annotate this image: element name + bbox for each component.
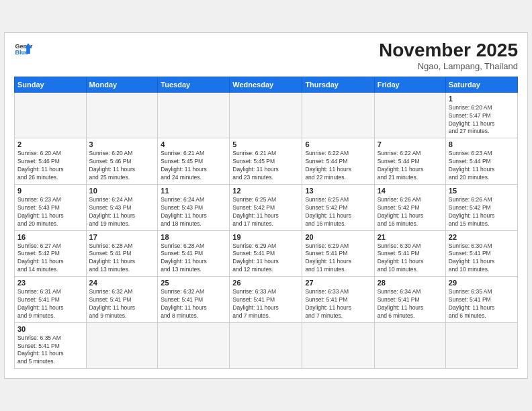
day-info-10: Sunrise: 6:24 AM Sunset: 5:43 PM Dayligh… — [89, 196, 155, 228]
calendar-cell-39 — [302, 322, 374, 369]
calendar-row-6: 30Sunrise: 6:35 AM Sunset: 5:41 PM Dayli… — [15, 322, 518, 369]
day-number-3: 3 — [89, 140, 155, 148]
day-number-30: 30 — [17, 325, 83, 333]
weekday-header-thursday: Thursday — [302, 77, 374, 92]
calendar-cell-27: 22Sunrise: 6:30 AM Sunset: 5:41 PM Dayli… — [445, 230, 517, 277]
calendar-cell-31: 26Sunrise: 6:33 AM Sunset: 5:41 PM Dayli… — [230, 277, 302, 323]
calendar-cell-29: 24Sunrise: 6:32 AM Sunset: 5:41 PM Dayli… — [86, 277, 158, 323]
logo: General Blue — [14, 40, 33, 58]
day-info-22: Sunrise: 6:30 AM Sunset: 5:41 PM Dayligh… — [449, 242, 515, 275]
day-info-30: Sunrise: 6:35 AM Sunset: 5:41 PM Dayligh… — [17, 334, 83, 367]
calendar-cell-19: 14Sunrise: 6:26 AM Sunset: 5:42 PM Dayli… — [374, 184, 445, 230]
calendar-row-1: 1Sunrise: 6:20 AM Sunset: 5:47 PM Daylig… — [15, 92, 518, 138]
day-number-18: 18 — [161, 233, 226, 241]
calendar-cell-5 — [374, 92, 445, 138]
calendar-cell-36 — [86, 322, 158, 369]
day-info-15: Sunrise: 6:26 AM Sunset: 5:42 PM Dayligh… — [449, 196, 515, 228]
day-info-11: Sunrise: 6:24 AM Sunset: 5:43 PM Dayligh… — [161, 196, 226, 228]
day-number-23: 23 — [17, 279, 83, 287]
day-info-14: Sunrise: 6:26 AM Sunset: 5:42 PM Dayligh… — [378, 196, 443, 228]
calendar-cell-14: 9Sunrise: 6:23 AM Sunset: 5:43 PM Daylig… — [15, 184, 87, 230]
weekday-header-row: SundayMondayTuesdayWednesdayThursdayFrid… — [15, 77, 518, 92]
day-info-17: Sunrise: 6:28 AM Sunset: 5:41 PM Dayligh… — [89, 242, 155, 275]
day-number-13: 13 — [305, 187, 371, 195]
logo-icon: General Blue — [14, 40, 33, 58]
calendar-row-5: 23Sunrise: 6:31 AM Sunset: 5:41 PM Dayli… — [15, 277, 518, 323]
calendar-cell-30: 25Sunrise: 6:32 AM Sunset: 5:41 PM Dayli… — [158, 277, 230, 323]
day-info-1: Sunrise: 6:20 AM Sunset: 5:47 PM Dayligh… — [449, 104, 515, 136]
calendar-cell-32: 27Sunrise: 6:33 AM Sunset: 5:41 PM Dayli… — [302, 277, 374, 323]
calendar-cell-11: 6Sunrise: 6:22 AM Sunset: 5:44 PM Daylig… — [302, 138, 374, 185]
day-number-27: 27 — [305, 279, 371, 287]
weekday-header-monday: Monday — [86, 77, 158, 92]
day-info-12: Sunrise: 6:25 AM Sunset: 5:42 PM Dayligh… — [232, 196, 299, 228]
calendar-row-3: 9Sunrise: 6:23 AM Sunset: 5:43 PM Daylig… — [15, 184, 518, 230]
calendar-cell-0 — [15, 92, 87, 138]
day-number-28: 28 — [378, 279, 443, 287]
calendar-cell-41 — [445, 322, 517, 369]
calendar-cell-22: 17Sunrise: 6:28 AM Sunset: 5:41 PM Dayli… — [86, 230, 158, 277]
calendar-cell-16: 11Sunrise: 6:24 AM Sunset: 5:43 PM Dayli… — [158, 184, 230, 230]
day-number-24: 24 — [89, 279, 155, 287]
calendar-cell-21: 16Sunrise: 6:27 AM Sunset: 5:42 PM Dayli… — [15, 230, 87, 277]
day-number-22: 22 — [449, 233, 515, 241]
calendar-container: General Blue November 2025 Ngao, Lampang… — [4, 32, 528, 379]
calendar-cell-26: 21Sunrise: 6:30 AM Sunset: 5:41 PM Dayli… — [374, 230, 445, 277]
day-info-21: Sunrise: 6:30 AM Sunset: 5:41 PM Dayligh… — [378, 242, 443, 275]
day-info-7: Sunrise: 6:22 AM Sunset: 5:44 PM Dayligh… — [378, 150, 443, 182]
calendar-cell-33: 28Sunrise: 6:34 AM Sunset: 5:41 PM Dayli… — [374, 277, 445, 323]
day-info-19: Sunrise: 6:29 AM Sunset: 5:41 PM Dayligh… — [232, 242, 299, 275]
title-section: November 2025 Ngao, Lampang, Thailand — [379, 40, 518, 71]
calendar-cell-13: 8Sunrise: 6:23 AM Sunset: 5:44 PM Daylig… — [445, 138, 517, 185]
day-number-7: 7 — [378, 140, 443, 148]
calendar-cell-28: 23Sunrise: 6:31 AM Sunset: 5:41 PM Dayli… — [15, 277, 87, 323]
calendar-cell-2 — [158, 92, 230, 138]
calendar-cell-6: 1Sunrise: 6:20 AM Sunset: 5:47 PM Daylig… — [445, 92, 517, 138]
calendar-cell-3 — [230, 92, 302, 138]
day-number-4: 4 — [161, 140, 226, 148]
day-number-26: 26 — [232, 279, 299, 287]
day-info-2: Sunrise: 6:20 AM Sunset: 5:46 PM Dayligh… — [17, 150, 83, 182]
day-number-19: 19 — [232, 233, 299, 241]
day-number-11: 11 — [161, 187, 226, 195]
header: General Blue November 2025 Ngao, Lampang… — [14, 40, 518, 71]
day-info-27: Sunrise: 6:33 AM Sunset: 5:41 PM Dayligh… — [305, 288, 371, 320]
day-info-4: Sunrise: 6:21 AM Sunset: 5:45 PM Dayligh… — [161, 150, 226, 182]
calendar-cell-9: 4Sunrise: 6:21 AM Sunset: 5:45 PM Daylig… — [158, 138, 230, 185]
calendar-cell-8: 3Sunrise: 6:20 AM Sunset: 5:46 PM Daylig… — [86, 138, 158, 185]
calendar-cell-38 — [230, 322, 302, 369]
calendar-row-2: 2Sunrise: 6:20 AM Sunset: 5:46 PM Daylig… — [15, 138, 518, 185]
weekday-header-sunday: Sunday — [15, 77, 87, 92]
day-number-21: 21 — [378, 233, 443, 241]
day-number-10: 10 — [89, 187, 155, 195]
calendar-cell-1 — [86, 92, 158, 138]
calendar-table: SundayMondayTuesdayWednesdayThursdayFrid… — [14, 77, 518, 369]
day-info-13: Sunrise: 6:25 AM Sunset: 5:42 PM Dayligh… — [305, 196, 371, 228]
day-number-16: 16 — [17, 233, 83, 241]
day-number-9: 9 — [17, 187, 83, 195]
day-number-6: 6 — [305, 140, 371, 148]
day-info-24: Sunrise: 6:32 AM Sunset: 5:41 PM Dayligh… — [89, 288, 155, 320]
location: Ngao, Lampang, Thailand — [379, 61, 518, 71]
day-info-20: Sunrise: 6:29 AM Sunset: 5:41 PM Dayligh… — [305, 242, 371, 275]
svg-text:Blue: Blue — [15, 49, 28, 56]
day-info-26: Sunrise: 6:33 AM Sunset: 5:41 PM Dayligh… — [232, 288, 299, 320]
day-number-20: 20 — [305, 233, 371, 241]
day-number-12: 12 — [232, 187, 299, 195]
day-number-5: 5 — [232, 140, 299, 148]
calendar-cell-7: 2Sunrise: 6:20 AM Sunset: 5:46 PM Daylig… — [15, 138, 87, 185]
weekday-header-friday: Friday — [374, 77, 445, 92]
calendar-cell-15: 10Sunrise: 6:24 AM Sunset: 5:43 PM Dayli… — [86, 184, 158, 230]
day-info-18: Sunrise: 6:28 AM Sunset: 5:41 PM Dayligh… — [161, 242, 226, 275]
calendar-cell-10: 5Sunrise: 6:21 AM Sunset: 5:45 PM Daylig… — [230, 138, 302, 185]
day-number-15: 15 — [449, 187, 515, 195]
day-number-29: 29 — [449, 279, 515, 287]
weekday-header-saturday: Saturday — [445, 77, 517, 92]
day-info-29: Sunrise: 6:35 AM Sunset: 5:41 PM Dayligh… — [449, 288, 515, 320]
day-info-23: Sunrise: 6:31 AM Sunset: 5:41 PM Dayligh… — [17, 288, 83, 320]
calendar-cell-12: 7Sunrise: 6:22 AM Sunset: 5:44 PM Daylig… — [374, 138, 445, 185]
calendar-cell-23: 18Sunrise: 6:28 AM Sunset: 5:41 PM Dayli… — [158, 230, 230, 277]
day-number-14: 14 — [378, 187, 443, 195]
weekday-header-tuesday: Tuesday — [158, 77, 230, 92]
calendar-cell-34: 29Sunrise: 6:35 AM Sunset: 5:41 PM Dayli… — [445, 277, 517, 323]
